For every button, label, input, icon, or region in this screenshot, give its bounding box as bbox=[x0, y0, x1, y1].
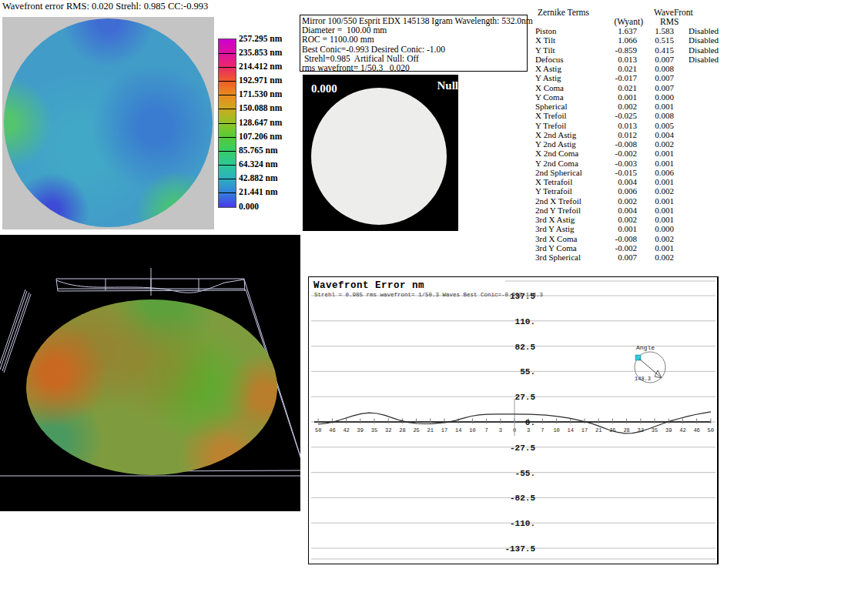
zernike-status: Disabled bbox=[674, 35, 728, 45]
zernike-term-name: Y Tetrafoil bbox=[535, 186, 612, 196]
zernike-term-name: Y Coma bbox=[535, 92, 612, 102]
mirror-info-box: Mirror 100/550 Esprit EDX 145138 Igram W… bbox=[300, 15, 528, 72]
zernike-term-name: Y 2nd Astig bbox=[535, 139, 612, 149]
colorbar-tick bbox=[219, 123, 236, 124]
zernike-status bbox=[674, 83, 728, 92]
x-tick-label: 28 bbox=[623, 427, 629, 433]
zernike-status bbox=[674, 159, 728, 168]
zernike-term-name: 2nd X Trefoil bbox=[535, 196, 612, 206]
x-tick-label: 7 bbox=[541, 427, 544, 433]
null-value-label: 0.000 bbox=[311, 82, 337, 95]
wavefront-2d-map-panel[interactable] bbox=[2, 17, 214, 229]
zernike-status bbox=[674, 130, 728, 139]
zernike-status bbox=[674, 253, 728, 262]
zernike-wyant-value: 0.012 bbox=[612, 130, 637, 139]
info-line: Diameter = 100.00 mm bbox=[302, 25, 527, 35]
colorbar-label: 85.765 nm bbox=[239, 146, 308, 155]
angle-dial-label: Angle bbox=[636, 344, 655, 351]
zernike-wyant-value: 0.013 bbox=[612, 121, 637, 130]
zernike-term-name: X Trefoil bbox=[535, 111, 612, 120]
zernike-wyant-value: 0.002 bbox=[612, 102, 637, 111]
zernike-rms-value: 0.002 bbox=[637, 186, 674, 196]
x-tick-label: 21 bbox=[427, 427, 434, 433]
zernike-col-wavefront: WaveFront bbox=[654, 8, 693, 17]
zernike-table[interactable]: Piston1.6371.583DisabledX Tilt1.0660.515… bbox=[535, 26, 728, 262]
zernike-wyant-value: -0.003 bbox=[612, 159, 637, 168]
angle-value-label: 148.3 bbox=[635, 376, 651, 382]
zernike-term-name: 3rd Y Coma bbox=[535, 243, 612, 253]
zernike-rms-value: 0.001 bbox=[637, 215, 674, 224]
zernike-status: Disabled bbox=[674, 26, 728, 35]
zernike-term-name: Y 2nd Coma bbox=[535, 159, 612, 168]
null-test-panel[interactable]: 0.000 Null bbox=[303, 75, 458, 231]
colorbar-label: 192.971 nm bbox=[239, 75, 308, 85]
zernike-term-name: 3rd Y Astig bbox=[535, 224, 612, 233]
info-line: rms wavefront= 1/50.3 0.020 bbox=[302, 63, 527, 72]
colorbar-tick bbox=[219, 81, 236, 82]
x-tick-label: 10 bbox=[469, 427, 475, 433]
x-tick-label: 50 bbox=[315, 427, 321, 433]
x-tick-label: 3 bbox=[499, 427, 502, 433]
zernike-rms-value: 0.000 bbox=[637, 224, 674, 233]
zernike-status bbox=[674, 121, 728, 130]
zernike-term-name: 3rd X Coma bbox=[535, 234, 612, 243]
colorbar-label: 214.412 nm bbox=[239, 62, 308, 71]
colorbar-label: 21.441 nm bbox=[239, 187, 308, 196]
zernike-term-name: 3rd X Astig bbox=[535, 215, 612, 224]
info-line: Mirror 100/550 Esprit EDX 145138 Igram W… bbox=[302, 16, 527, 25]
zernike-term-name: X Astig bbox=[535, 64, 612, 73]
zernike-rms-value: 0.006 bbox=[637, 168, 674, 177]
zernike-rms-value: 0.000 bbox=[637, 92, 674, 102]
x-tick-label: 21 bbox=[595, 427, 602, 433]
chart-subtitle: Strehl = 0.985 rms wavefront= 1/50.3 Wav… bbox=[314, 292, 543, 298]
zernike-wyant-value: -0.002 bbox=[612, 149, 637, 158]
angle-arrow bbox=[639, 359, 661, 377]
colorbar-tick bbox=[219, 137, 236, 138]
null-interferogram-disc bbox=[311, 88, 447, 225]
surface-3d-panel[interactable] bbox=[0, 235, 300, 511]
zernike-wyant-value: 0.002 bbox=[612, 215, 637, 224]
zernike-status bbox=[674, 224, 728, 233]
colorbar-label: 0.000 bbox=[239, 202, 308, 211]
zernike-status bbox=[674, 243, 728, 253]
wavefront-error-chart-panel[interactable]: 5046423935322825211714107303710141721252… bbox=[308, 276, 719, 564]
zernike-rms-value: 0.007 bbox=[637, 55, 674, 64]
wireframe-left-slab bbox=[4, 294, 31, 373]
zernike-rms-value: 0.001 bbox=[637, 102, 674, 111]
zernike-term-name: Y Tilt bbox=[535, 45, 612, 55]
wireframe-left-slab bbox=[0, 289, 25, 368]
zernike-rms-value: 0.001 bbox=[637, 206, 674, 215]
x-tick-label: 35 bbox=[371, 427, 377, 433]
x-tick-label: 17 bbox=[581, 427, 588, 433]
x-tick-label: 17 bbox=[441, 427, 447, 433]
zernike-term-name: Spherical bbox=[535, 102, 612, 111]
zernike-rms-value: 0.002 bbox=[637, 234, 674, 243]
zernike-rms-value: 0.415 bbox=[637, 45, 674, 55]
wavefront-2d-surface bbox=[4, 18, 213, 227]
x-tick-label: 42 bbox=[679, 427, 685, 433]
wireframe-left-slab bbox=[2, 293, 29, 371]
zernike-wyant-value: 0.007 bbox=[612, 253, 637, 262]
y-tick-label: -27.5 bbox=[510, 443, 535, 453]
zernike-status bbox=[674, 186, 728, 196]
zernike-wyant-value: 0.001 bbox=[612, 92, 637, 102]
x-tick-label: 32 bbox=[385, 427, 391, 433]
y-tick-label: 82.5 bbox=[515, 343, 536, 352]
zernike-wyant-value: -0.002 bbox=[612, 243, 637, 253]
zernike-wyant-value: -0.859 bbox=[612, 45, 637, 55]
zernike-status bbox=[674, 64, 728, 73]
zernike-term-name: X 2nd Astig bbox=[535, 130, 612, 139]
zernike-term-name: X Tilt bbox=[535, 35, 612, 45]
zernike-wyant-value: 0.001 bbox=[612, 224, 637, 233]
x-tick-label: 50 bbox=[708, 427, 714, 433]
zernike-wyant-value: -0.008 bbox=[612, 139, 637, 149]
zernike-status bbox=[674, 73, 728, 82]
colorbar-tick bbox=[219, 67, 236, 68]
x-tick-label: 3 bbox=[527, 427, 530, 433]
zernike-wyant-value: -0.008 bbox=[612, 234, 637, 243]
zernike-rms-value: 0.001 bbox=[637, 243, 674, 253]
zernike-status bbox=[674, 215, 728, 224]
zernike-status bbox=[674, 102, 728, 111]
zernike-term-name: 2nd Spherical bbox=[535, 168, 612, 177]
colorbar-tick bbox=[219, 109, 236, 109]
